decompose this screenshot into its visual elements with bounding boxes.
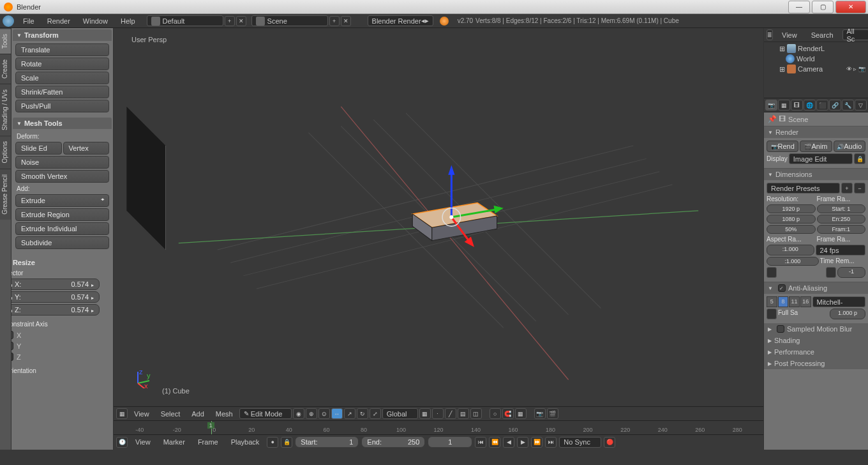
render-engine-dropdown[interactable]: Blender Render◂▸: [368, 15, 433, 26]
vert-select[interactable]: ⋅: [432, 408, 444, 419]
layers-button[interactable]: ▦: [419, 408, 431, 419]
tl-editor-type[interactable]: 🕐: [116, 437, 128, 448]
data-tab-icon[interactable]: ▽: [855, 100, 867, 111]
keyframe-prev[interactable]: ⏪: [489, 437, 500, 448]
aa-panel-header[interactable]: ▼✓Anti-Aliasing: [764, 282, 868, 294]
add-layout-button[interactable]: +: [225, 16, 235, 26]
rotate-button[interactable]: Rotate: [15, 57, 109, 70]
outliner-renderlayers[interactable]: ⊞RenderL: [765, 43, 867, 54]
frame-step[interactable]: Fram:1: [817, 225, 866, 234]
mode-dropdown[interactable]: ✎ Edit Mode: [239, 408, 292, 419]
menu-help[interactable]: Help: [114, 15, 142, 27]
extrude-individual-button[interactable]: Extrude Individual: [15, 222, 109, 235]
editor-type-icon[interactable]: [3, 15, 14, 27]
sync-dropdown[interactable]: No Sync: [559, 437, 601, 448]
scene-dropdown[interactable]: Scene: [251, 15, 328, 26]
frame-start-field[interactable]: Start:1: [295, 436, 359, 448]
orientation-dropdown[interactable]: Global: [382, 408, 418, 419]
vtab-create[interactable]: Create: [0, 54, 11, 84]
mesh-tools-panel-header[interactable]: ▼Mesh Tools: [13, 118, 112, 129]
outliner-camera[interactable]: ⊞Camera👁 ▹ 📷: [765, 64, 867, 74]
render-border[interactable]: 📷: [534, 408, 546, 419]
remove-preset[interactable]: −: [854, 183, 865, 194]
pivot2-button[interactable]: ⊙: [318, 408, 330, 419]
operator-panel-header[interactable]: ▼Resize: [11, 257, 100, 268]
fps-dropdown[interactable]: 24 fps: [816, 245, 866, 255]
edge-select[interactable]: ╱: [445, 408, 456, 419]
add-scene-button[interactable]: +: [329, 16, 340, 26]
out-filter[interactable]: All Sc: [842, 29, 868, 40]
object-tab-icon[interactable]: ⬛: [816, 100, 828, 111]
add-preset[interactable]: +: [841, 183, 853, 194]
aa-16[interactable]: 16: [800, 296, 811, 307]
outliner-type-icon[interactable]: ≣: [767, 29, 773, 40]
render-anim-btn[interactable]: 🎬: [547, 408, 558, 419]
aa-filter-dropdown[interactable]: Mitchell-: [812, 296, 866, 307]
out-search[interactable]: Search: [806, 29, 839, 41]
frame-end-field[interactable]: End:250: [361, 436, 425, 448]
remove-scene-button[interactable]: ✕: [341, 16, 351, 26]
limit-select[interactable]: ◫: [470, 408, 482, 419]
timeline-cursor[interactable]: 1: [211, 421, 212, 434]
constraints-tab-icon[interactable]: 🔗: [829, 100, 841, 111]
tr-chk[interactable]: [826, 267, 836, 278]
vtab-shading[interactable]: Shading / UVs: [0, 84, 11, 135]
vh-add[interactable]: Add: [186, 408, 209, 420]
manip-translate[interactable]: ↗: [344, 408, 355, 419]
display-dropdown[interactable]: Image Edit: [789, 153, 853, 164]
subdivide-button[interactable]: Subdivide: [15, 236, 109, 249]
vh-mesh[interactable]: Mesh: [211, 408, 238, 420]
constraint-z-checkbox[interactable]: ✓Z: [11, 351, 100, 362]
aa-px[interactable]: 1.000 p: [830, 309, 865, 319]
manipulator-toggle[interactable]: ↔: [331, 408, 343, 419]
shading-header[interactable]: ▶Shading: [764, 335, 868, 346]
jump-end[interactable]: ⏭: [545, 437, 557, 448]
vtab-grease[interactable]: Grease Pencil: [0, 169, 11, 220]
remove-layout-button[interactable]: ✕: [236, 16, 246, 26]
transform-panel-header[interactable]: ▼Transform: [13, 29, 112, 41]
frame-start[interactable]: Start: 1: [817, 204, 866, 213]
manip-scale[interactable]: ⤢: [370, 408, 381, 419]
shrink-fatten-button[interactable]: Shrink/Fatten: [15, 86, 109, 98]
maximize-button[interactable]: ▢: [812, 1, 834, 13]
minimize-button[interactable]: —: [788, 1, 810, 13]
render-button[interactable]: 📷Rend: [767, 141, 798, 152]
tl-frame[interactable]: Frame: [193, 436, 223, 448]
aa-8[interactable]: 8: [778, 296, 789, 307]
aspect-x[interactable]: :1.000: [767, 245, 814, 255]
resize-z-field[interactable]: Z:0.574: [11, 304, 100, 316]
translate-button[interactable]: Translate: [15, 43, 109, 56]
3d-viewport[interactable]: User Persp: [114, 28, 763, 406]
keyframe-next[interactable]: ⏩: [531, 437, 542, 448]
autokey[interactable]: 🔴: [604, 437, 615, 448]
manip-rotate[interactable]: ↻: [357, 408, 368, 419]
aspect-y[interactable]: :1.000: [767, 257, 819, 266]
menu-window[interactable]: Window: [77, 15, 114, 27]
time-remap[interactable]: -1: [837, 267, 865, 278]
motion-blur-header[interactable]: ▶Sampled Motion Blur: [764, 323, 868, 335]
res-x[interactable]: 1920 p: [767, 204, 816, 213]
performance-header[interactable]: ▶Performance: [764, 346, 868, 358]
slide-edge-button[interactable]: Slide Ed: [15, 142, 62, 155]
snap-type[interactable]: ▦: [515, 408, 527, 419]
world-tab-icon[interactable]: 🌐: [804, 100, 816, 111]
timeline-ruler[interactable]: 1 -40-2002040608010012014016018020022024…: [114, 421, 763, 435]
border-chk[interactable]: [767, 267, 777, 278]
extrude-region-button[interactable]: Extrude Region: [15, 208, 109, 221]
jump-start[interactable]: ⏮: [475, 437, 486, 448]
shading-button[interactable]: ◉: [293, 408, 304, 419]
audio-button[interactable]: 🔊Audio: [834, 141, 865, 152]
play-rev[interactable]: ◀: [503, 437, 514, 448]
dimensions-panel-header[interactable]: ▼Dimensions: [764, 169, 868, 180]
editor-type-button[interactable]: ▦: [116, 408, 128, 419]
resize-y-field[interactable]: Y:0.574: [11, 291, 100, 303]
animation-button[interactable]: 🎬Anim: [800, 141, 832, 152]
slide-vertex-button[interactable]: Vertex: [63, 142, 110, 155]
play-fwd[interactable]: ▶: [517, 437, 528, 448]
res-pct[interactable]: 50%: [767, 225, 816, 234]
modifiers-tab-icon[interactable]: 🔧: [842, 100, 854, 111]
postprocessing-header[interactable]: ▶Post Processing: [764, 358, 868, 369]
menu-file[interactable]: File: [17, 15, 41, 27]
tl-lock[interactable]: 🔒: [281, 437, 292, 448]
push-pull-button[interactable]: Push/Pull: [15, 100, 109, 112]
